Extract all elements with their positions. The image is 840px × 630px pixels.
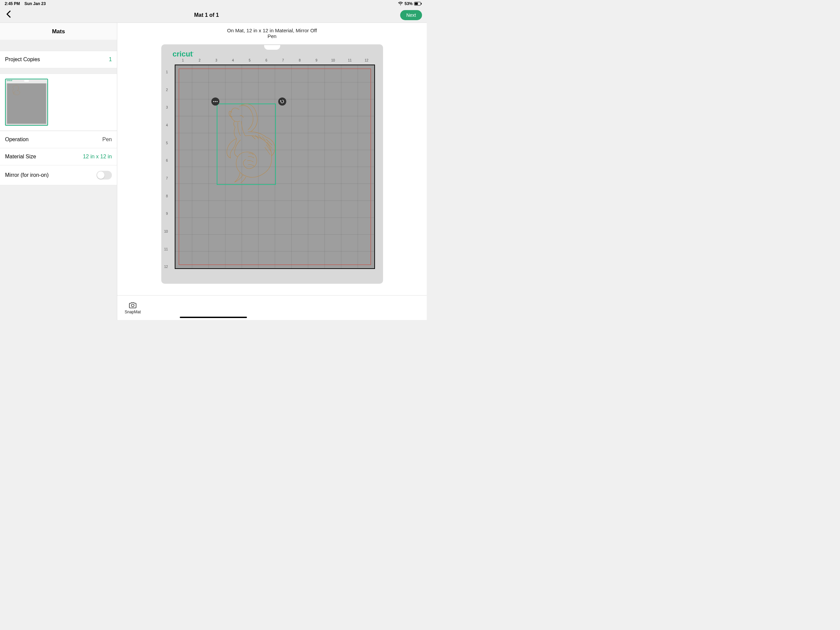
- status-time: 2:45 PM: [5, 2, 20, 6]
- status-bar: 2:45 PM Sun Jan 23 53%: [0, 0, 427, 7]
- ruler-horizontal: 1 2 3 4 5 6 7 8 9 10 11 12: [175, 59, 375, 65]
- sidebar-gap: [0, 68, 117, 74]
- canvas-info-line1: On Mat, 12 in x 12 in Material, Mirror O…: [117, 28, 427, 33]
- ruler-v-tick: 7: [163, 169, 169, 187]
- ruler-v-tick: 2: [163, 81, 169, 99]
- svg-point-6: [131, 304, 134, 307]
- ruler-v-tick: 3: [163, 98, 169, 116]
- svg-point-4: [215, 101, 216, 102]
- ruler-h-tick: 8: [291, 59, 308, 65]
- ruler-v-tick: 10: [163, 223, 169, 241]
- rotate-handle[interactable]: [278, 98, 286, 106]
- ruler-v-tick: 9: [163, 205, 169, 223]
- material-size-label: Material Size: [5, 154, 36, 160]
- canvas-area: On Mat, 12 in x 12 in Material, Mirror O…: [117, 23, 427, 320]
- svg-point-3: [213, 101, 214, 102]
- project-copies-label: Project Copies: [5, 57, 40, 63]
- back-icon: [6, 10, 11, 18]
- camera-icon: [129, 301, 137, 309]
- battery-icon: [414, 2, 422, 6]
- mat-thumbnail[interactable]: [5, 79, 48, 126]
- ruler-h-tick: 5: [241, 59, 258, 65]
- ruler-h-tick: 6: [258, 59, 275, 65]
- mirror-row: Mirror (for iron-on): [0, 165, 117, 185]
- brand-logo: cricut.: [173, 50, 375, 59]
- operation-label: Operation: [5, 136, 28, 142]
- main: Mats Project Copies 1: [0, 23, 427, 320]
- ruler-h-tick: 1: [175, 59, 191, 65]
- home-indicator[interactable]: [180, 317, 247, 318]
- mirror-label: Mirror (for iron-on): [5, 172, 49, 178]
- ruler-v-tick: 12: [163, 258, 169, 275]
- ruler-h-tick: 11: [341, 59, 358, 65]
- canvas-wrap: cricut. 1 2 3 4 5 6 7 8 9 10 11 12 1: [117, 41, 427, 320]
- status-right: 53%: [398, 2, 422, 6]
- ruler-v-tick: 1: [163, 63, 169, 81]
- wifi-icon: [398, 2, 403, 6]
- mirror-toggle[interactable]: [96, 171, 112, 179]
- ruler-h-tick: 3: [208, 59, 225, 65]
- mat-hang-cutout: [264, 45, 280, 50]
- sidebar-title: Mats: [0, 23, 117, 40]
- next-button[interactable]: Next: [400, 10, 422, 20]
- mat-preview[interactable]: cricut. 1 2 3 4 5 6 7 8 9 10 11 12 1: [161, 44, 383, 284]
- snapmat-button[interactable]: SnapMat: [125, 301, 141, 314]
- operation-row[interactable]: Operation Pen: [0, 131, 117, 148]
- status-battery-text: 53%: [404, 2, 413, 6]
- svg-rect-2: [421, 3, 422, 5]
- ruler-h-tick: 7: [275, 59, 292, 65]
- ruler-v-tick: 5: [163, 134, 169, 152]
- status-left: 2:45 PM Sun Jan 23: [5, 2, 46, 6]
- footer-toolbar: SnapMat: [117, 295, 427, 320]
- ruler-v-tick: 6: [163, 152, 169, 169]
- canvas-info: On Mat, 12 in x 12 in Material, Mirror O…: [117, 23, 427, 41]
- ruler-v-tick: 11: [163, 241, 169, 258]
- status-date: Sun Jan 23: [25, 2, 46, 6]
- snapmat-label: SnapMat: [125, 310, 141, 314]
- ruler-h-tick: 9: [308, 59, 325, 65]
- back-button[interactable]: [5, 10, 13, 20]
- sidebar: Mats Project Copies 1: [0, 23, 117, 320]
- project-copies-value: 1: [109, 57, 112, 63]
- project-copies-row[interactable]: Project Copies 1: [0, 51, 117, 68]
- sidebar-spacer: [0, 40, 117, 51]
- more-icon: [213, 101, 218, 102]
- more-handle[interactable]: [212, 98, 219, 106]
- mat-thumbnail-row: [0, 74, 117, 131]
- header-bar: Mat 1 of 1 Next: [0, 7, 427, 23]
- ruler-vertical: 1 2 3 4 5 6 7 8 9 10 11 12: [163, 63, 169, 275]
- ruler-h-tick: 2: [191, 59, 208, 65]
- thumb-design-icon: [10, 84, 22, 99]
- operation-value: Pen: [103, 136, 112, 142]
- design-artwork[interactable]: [216, 102, 278, 185]
- ruler-h-tick: 12: [358, 59, 375, 65]
- svg-point-5: [216, 101, 217, 102]
- rotate-icon: [280, 99, 284, 104]
- material-size-row[interactable]: Material Size 12 in x 12 in: [0, 148, 117, 165]
- ruler-v-tick: 4: [163, 116, 169, 134]
- ruler-h-tick: 10: [325, 59, 342, 65]
- material-size-value: 12 in x 12 in: [83, 154, 112, 160]
- canvas-info-line2: Pen: [117, 33, 427, 39]
- settings-list: Operation Pen Material Size 12 in x 12 i…: [0, 131, 117, 185]
- mat-grid[interactable]: [175, 65, 375, 269]
- svg-rect-1: [415, 3, 418, 5]
- ruler-v-tick: 8: [163, 187, 169, 205]
- ruler-h-tick: 4: [225, 59, 242, 65]
- page-title: Mat 1 of 1: [194, 12, 219, 18]
